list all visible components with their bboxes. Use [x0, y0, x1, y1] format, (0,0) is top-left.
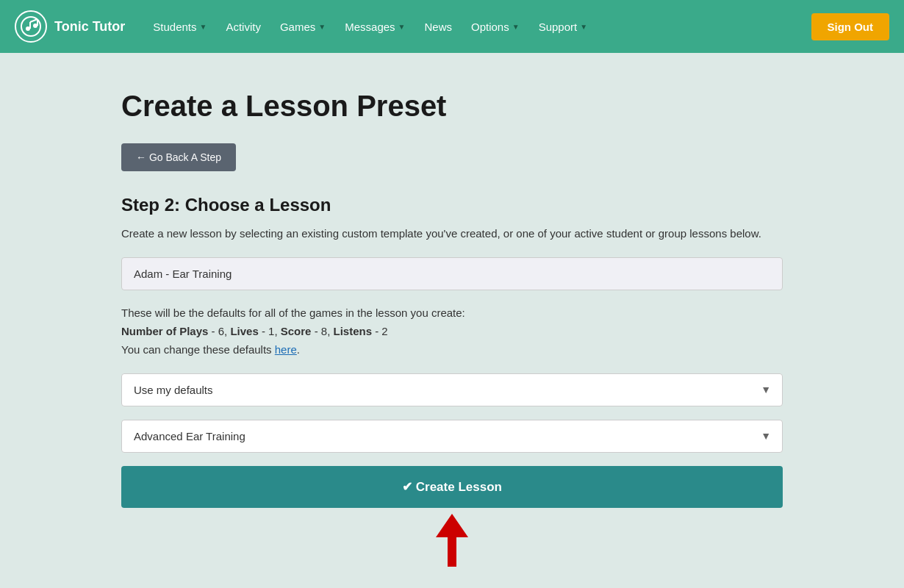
- step-title: Step 2: Choose a Lesson: [121, 195, 783, 215]
- score-label: Score: [281, 325, 312, 337]
- lesson-type-dropdown-wrapper: Advanced Ear Training Basic Ear Training…: [121, 420, 783, 453]
- listens-label: Listens: [333, 325, 372, 337]
- defaults-select[interactable]: Use my defaults Custom defaults: [121, 373, 783, 406]
- brand: Tonic Tutor: [15, 10, 125, 43]
- nav-games[interactable]: Games ▼: [273, 15, 333, 39]
- defaults-change: You can change these defaults here.: [121, 343, 783, 356]
- nav-news[interactable]: News: [417, 15, 460, 39]
- lives-label: Lives: [230, 325, 258, 337]
- nav-support[interactable]: Support ▼: [531, 15, 595, 39]
- defaults-intro: These will be the defaults for all of th…: [121, 306, 783, 319]
- nav-messages[interactable]: Messages ▼: [337, 15, 412, 39]
- svg-line-5: [30, 19, 37, 22]
- nav-students[interactable]: Students ▼: [146, 15, 214, 39]
- students-dropdown-icon: ▼: [200, 23, 207, 31]
- back-button[interactable]: ← Go Back A Step: [121, 143, 236, 171]
- annotation-arrow: [121, 514, 783, 567]
- navbar: Tonic Tutor Students ▼ Activity Games ▼ …: [0, 0, 904, 53]
- page-title: Create a Lesson Preset: [121, 90, 783, 123]
- arrow-shaft: [448, 537, 456, 567]
- defaults-dropdown-wrapper: Use my defaults Custom defaults ▼: [121, 373, 783, 406]
- arrow-head: [436, 514, 468, 537]
- step-description: Create a new lesson by selecting an exis…: [121, 226, 783, 243]
- defaults-stats: Number of Plays - 6, Lives - 1, Score - …: [121, 325, 783, 337]
- sign-out-button[interactable]: Sign Out: [811, 13, 890, 40]
- selected-lesson-display: Adam - Ear Training: [121, 257, 783, 290]
- support-dropdown-icon: ▼: [580, 23, 587, 31]
- games-dropdown-icon: ▼: [318, 23, 326, 31]
- create-lesson-button[interactable]: ✔ Create Lesson: [121, 466, 783, 508]
- nav-activity[interactable]: Activity: [218, 15, 268, 39]
- nav-options[interactable]: Options ▼: [464, 15, 527, 39]
- main-content: Create a Lesson Preset ← Go Back A Step …: [99, 53, 805, 588]
- lesson-type-select[interactable]: Advanced Ear Training Basic Ear Training…: [121, 420, 783, 453]
- defaults-change-link[interactable]: here: [275, 343, 297, 356]
- brand-name: Tonic Tutor: [54, 19, 125, 35]
- messages-dropdown-icon: ▼: [398, 23, 406, 31]
- brand-logo: [15, 10, 47, 43]
- plays-label: Number of Plays: [121, 325, 208, 337]
- nav-links: Students ▼ Activity Games ▼ Messages ▼ N…: [146, 15, 811, 39]
- options-dropdown-icon: ▼: [512, 23, 520, 31]
